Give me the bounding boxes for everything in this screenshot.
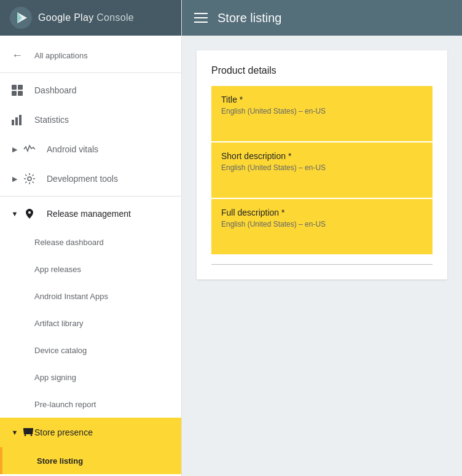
full-description-field[interactable]: Full description * English (United State…	[211, 199, 433, 254]
full-description-field-sublabel: English (United States) – en-US	[221, 220, 423, 228]
nav-divider-2	[0, 196, 181, 197]
sidebar-item-android-vitals[interactable]: ▶ Android vitals	[0, 135, 181, 164]
play-logo-icon	[10, 7, 32, 29]
statistics-label: Statistics	[34, 115, 69, 125]
sidebar-title: Google Play Console	[38, 12, 134, 23]
store-presence-icon	[22, 426, 34, 440]
main-content: Store listing Product details Title * En…	[182, 0, 462, 476]
device-catalog-label: Device catalog	[34, 346, 87, 355]
back-arrow-icon: ←	[10, 48, 25, 63]
title-play: Play	[74, 12, 93, 23]
sidebar-subitem-artifact-library[interactable]: Artifact library	[0, 310, 181, 337]
hamburger-line-1	[194, 13, 208, 14]
svg-rect-8	[15, 117, 18, 125]
back-all-applications[interactable]: ← All applications	[0, 41, 181, 70]
svg-rect-7	[12, 120, 14, 125]
short-description-field-label: Short description *	[221, 151, 423, 161]
dev-tools-icon	[22, 171, 37, 186]
android-instant-apps-label: Android Instant Apps	[34, 292, 108, 301]
sidebar-nav: ← All applications Dashboard	[0, 36, 181, 476]
store-presence-expand-icon: ▼	[10, 429, 20, 436]
hamburger-line-3	[194, 21, 208, 23]
sidebar-item-development-tools[interactable]: ▶ Development tools	[0, 164, 181, 193]
sidebar-subitem-android-instant-apps[interactable]: Android Instant Apps	[0, 283, 181, 310]
store-presence-label: Store presence	[34, 427, 93, 437]
sidebar-item-store-presence[interactable]: ▼ Store presence	[0, 418, 181, 447]
svg-rect-6	[18, 91, 23, 96]
sidebar-subitem-pre-launch-report[interactable]: Pre-launch report	[0, 391, 181, 418]
sidebar-header: Google Play Console	[0, 0, 181, 36]
android-vitals-icon	[22, 142, 37, 157]
android-vitals-label: Android vitals	[47, 144, 98, 154]
svg-rect-3	[12, 85, 17, 90]
hamburger-line-2	[194, 17, 208, 18]
title-google: Google	[38, 12, 74, 23]
sidebar-item-statistics[interactable]: Statistics	[0, 105, 181, 135]
dashboard-icon	[10, 83, 25, 98]
product-details-card: Product details Title * English (United …	[197, 50, 447, 279]
sidebar: Google Play Console ← All applications D…	[0, 0, 182, 476]
sidebar-item-dashboard[interactable]: Dashboard	[0, 76, 181, 105]
app-signing-label: App signing	[34, 373, 76, 382]
sidebar-subitem-store-listing[interactable]: Store listing	[0, 447, 181, 474]
title-field[interactable]: Title * English (United States) – en-US	[211, 86, 433, 141]
release-mgmt-label: Release management	[47, 209, 131, 219]
svg-rect-9	[19, 115, 22, 125]
app-releases-label: App releases	[34, 265, 81, 274]
short-description-field[interactable]: Short description * English (United Stat…	[211, 142, 433, 198]
content-area: Product details Title * English (United …	[182, 36, 462, 476]
sidebar-logo: Google Play Console	[10, 7, 134, 29]
product-details-title: Product details	[211, 65, 433, 76]
top-bar: Store listing	[182, 0, 462, 36]
sidebar-subitem-device-catalog[interactable]: Device catalog	[0, 337, 181, 364]
release-dashboard-label: Release dashboard	[34, 238, 104, 247]
title-field-sublabel: English (United States) – en-US	[221, 107, 423, 115]
store-listing-label: Store listing	[37, 456, 83, 466]
sidebar-item-release-management[interactable]: ▼ Release management	[0, 199, 181, 228]
release-mgmt-expand-icon: ▼	[10, 210, 20, 217]
sidebar-subitem-release-dashboard[interactable]: Release dashboard	[0, 228, 181, 256]
title-field-label: Title *	[221, 95, 423, 104]
title-console: Console	[96, 12, 134, 23]
svg-point-10	[28, 177, 31, 181]
sidebar-subitem-app-signing[interactable]: App signing	[0, 364, 181, 391]
full-description-field-label: Full description *	[221, 208, 423, 217]
page-title: Store listing	[217, 11, 282, 25]
hamburger-menu[interactable]	[194, 13, 208, 23]
sidebar-subitem-app-releases[interactable]: App releases	[0, 256, 181, 283]
back-label: All applications	[34, 51, 88, 60]
card-separator	[211, 264, 433, 265]
nav-divider-1	[0, 72, 181, 73]
short-description-field-sublabel: English (United States) – en-US	[221, 163, 423, 172]
statistics-icon	[10, 112, 25, 127]
svg-rect-4	[18, 85, 23, 90]
dashboard-label: Dashboard	[34, 85, 77, 95]
release-mgmt-icon	[22, 206, 37, 221]
pre-launch-report-label: Pre-launch report	[34, 400, 96, 409]
dev-tools-expand-icon: ▶	[10, 175, 20, 183]
artifact-library-label: Artifact library	[34, 319, 83, 328]
android-vitals-expand-icon: ▶	[10, 146, 20, 154]
dev-tools-label: Development tools	[47, 174, 118, 184]
svg-rect-5	[12, 91, 17, 96]
